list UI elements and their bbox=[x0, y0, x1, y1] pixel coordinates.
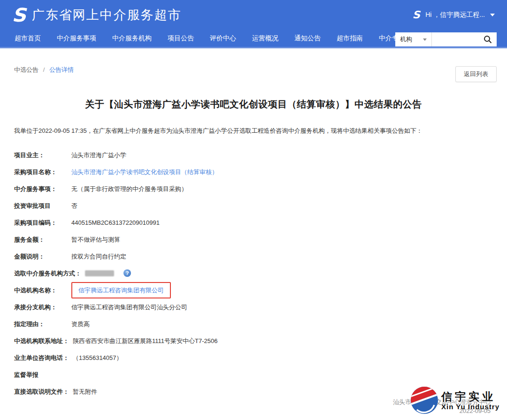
field-label: 中选机构名称： bbox=[14, 285, 71, 295]
footer-date: 2022-09-05 bbox=[393, 406, 491, 415]
nav-items: 超市首页中介服务事项中介服务机构项目公告评价中心运营概况通知公告超市指南中介专属… bbox=[7, 34, 426, 43]
site-logo-icon: S bbox=[12, 6, 26, 24]
field-row: 投资审批项目否 bbox=[14, 201, 493, 211]
field-value: 信宇腾远工程咨询集团有限公司汕头分公司 bbox=[71, 302, 187, 312]
site-header: S 广东省网上中介服务超市 S Hi ，信宇腾远工程... bbox=[0, 0, 507, 30]
field-rows: 项目业主：汕头市澄海广益小学采购项目名称：汕头市澄海广益小学读书吧文化创设项目（… bbox=[14, 150, 493, 397]
field-row: 指定理由：资质高 bbox=[14, 319, 493, 329]
user-greeting: Hi ，信宇腾远工程... bbox=[425, 11, 485, 19]
content-area: 中选公告 / 公告详情 返回列表 关于【汕头市澄海广益小学读书吧文化创设项目（结… bbox=[0, 48, 507, 397]
nav-item-7[interactable]: 通知公告 bbox=[286, 34, 329, 43]
field-value: 否 bbox=[71, 201, 77, 211]
field-row: 采购项目编码：440515MB2C631372209010991 bbox=[14, 218, 493, 228]
field-value: （13556314057） bbox=[73, 353, 123, 363]
nav-item-6[interactable]: 运营概况 bbox=[244, 34, 286, 43]
search-category-value: 机构 bbox=[400, 35, 412, 44]
breadcrumb-separator: / bbox=[43, 66, 45, 73]
field-label: 监督举报 bbox=[14, 370, 71, 380]
field-label: 承接分支机构： bbox=[14, 302, 71, 312]
nav-item-4[interactable]: 项目公告 bbox=[160, 34, 202, 43]
field-value: 按双方合同自行约定 bbox=[71, 252, 126, 261]
search-input[interactable] bbox=[432, 32, 479, 46]
field-row: 选取中介服务机构方式：? bbox=[14, 268, 493, 278]
breadcrumb-current: 公告详情 bbox=[49, 66, 74, 73]
field-label: 采购项目编码： bbox=[14, 218, 71, 228]
nav-item-8[interactable]: 超市指南 bbox=[329, 34, 371, 43]
search-icon bbox=[484, 35, 492, 44]
field-value: 暂不做评估与测算 bbox=[71, 235, 120, 244]
field-row: 中选机构名称：信宇腾远工程咨询集团有限公司 bbox=[14, 285, 493, 295]
field-row: 业主单位咨询电话：（13556314057） bbox=[14, 353, 493, 363]
field-value: 资质高 bbox=[71, 319, 90, 329]
announcement-intro: 我单位于2022-09-05 17:35，在广东省网上中介服务超市为汕头市澄海广… bbox=[14, 126, 493, 135]
footer-meta: 汕头市公共资源交易中心澄海分中心 2022-09-05 bbox=[393, 397, 491, 415]
breadcrumb: 中选公告 / 公告详情 bbox=[14, 48, 493, 74]
project-name-link[interactable]: 汕头市澄海广益小学读书吧文化创设项目（结算审核） bbox=[71, 167, 218, 177]
main-nav: 超市首页中介服务事项中介服务机构项目公告评价中心运营概况通知公告超市指南中介专属… bbox=[0, 30, 507, 48]
search-widget: 机构 bbox=[395, 32, 497, 46]
nav-item-5[interactable]: 评价中心 bbox=[202, 34, 244, 43]
field-label: 中选机构联系地址： bbox=[14, 336, 73, 346]
field-label: 投资审批项目 bbox=[14, 201, 71, 211]
field-label: 直接选取说明文件： bbox=[14, 387, 73, 397]
field-row: 监督举报 bbox=[14, 370, 493, 380]
field-row: 项目业主：汕头市澄海广益小学 bbox=[14, 150, 493, 160]
footer-org: 汕头市公共资源交易中心澄海分中心 bbox=[393, 397, 491, 406]
field-value: 陕西省西安市曲江新区雁展路1111号莱安中心T7-2506 bbox=[73, 336, 217, 346]
chevron-down-icon bbox=[490, 14, 495, 16]
help-icon[interactable]: ? bbox=[123, 269, 131, 277]
redacted-value bbox=[85, 270, 114, 276]
back-to-list-button[interactable]: 返回列表 bbox=[455, 66, 497, 82]
nav-item-2[interactable]: 中介服务事项 bbox=[49, 34, 104, 43]
field-label: 服务金额： bbox=[14, 235, 71, 244]
field-label: 业主单位咨询电话： bbox=[14, 353, 73, 363]
field-row: 中选机构联系地址：陕西省西安市曲江新区雁展路1111号莱安中心T7-2506 bbox=[14, 336, 493, 346]
field-row: 中介服务事项：无（属于非行政管理的中介服务项目采购） bbox=[14, 184, 493, 194]
site-title: 广东省网上中介服务超市 bbox=[32, 7, 182, 23]
field-value: 440515MB2C631372209010991 bbox=[71, 218, 160, 228]
announcement-title: 关于【汕头市澄海广益小学读书吧文化创设项目（结算审核）】中选结果的公告 bbox=[14, 98, 493, 111]
field-row: 采购项目名称：汕头市澄海广益小学读书吧文化创设项目（结算审核） bbox=[14, 167, 493, 177]
user-menu[interactable]: S Hi ，信宇腾远工程... bbox=[413, 10, 495, 20]
field-label: 金额说明： bbox=[14, 252, 71, 261]
nav-item-3[interactable]: 中介服务机构 bbox=[104, 34, 160, 43]
field-row: 承接分支机构：信宇腾远工程咨询集团有限公司汕头分公司 bbox=[14, 302, 493, 312]
field-value: 暂无附件 bbox=[73, 387, 97, 397]
search-button[interactable] bbox=[479, 32, 497, 46]
field-value: 汕头市澄海广益小学 bbox=[71, 150, 126, 160]
nav-item-1[interactable]: 超市首页 bbox=[7, 34, 49, 43]
chevron-down-icon bbox=[423, 38, 427, 41]
field-label: 项目业主： bbox=[14, 150, 71, 160]
field-row: 服务金额：暂不做评估与测算 bbox=[14, 235, 493, 244]
field-value: 无（属于非行政管理的中介服务项目采购） bbox=[71, 184, 187, 194]
field-label: 指定理由： bbox=[14, 319, 71, 329]
field-row: 金额说明：按双方合同自行约定 bbox=[14, 252, 493, 261]
search-category-select[interactable]: 机构 bbox=[395, 32, 432, 46]
selected-agency-link[interactable]: 信宇腾远工程咨询集团有限公司 bbox=[78, 287, 164, 294]
field-label: 选取中介服务机构方式： bbox=[14, 268, 85, 278]
field-label: 采购项目名称： bbox=[14, 167, 71, 177]
breadcrumb-parent[interactable]: 中选公告 bbox=[14, 66, 38, 73]
field-label: 中介服务事项： bbox=[14, 184, 71, 194]
highlight-box: 信宇腾远工程咨询集团有限公司 bbox=[71, 282, 171, 298]
user-logo-icon: S bbox=[413, 10, 421, 20]
field-row: 直接选取说明文件：暂无附件 bbox=[14, 387, 493, 397]
